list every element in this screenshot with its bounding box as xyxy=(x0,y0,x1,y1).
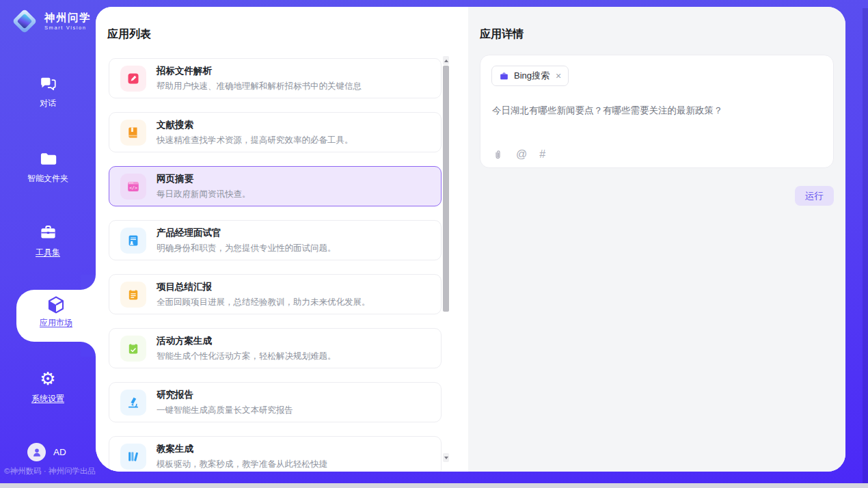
hash-icon[interactable]: # xyxy=(539,148,545,161)
scroll-down-button[interactable] xyxy=(443,453,449,462)
tool-chip-bing-search[interactable]: Bing搜索 × xyxy=(491,66,569,86)
bump-curve-top xyxy=(81,275,96,290)
gear-icon: ⚙ xyxy=(0,369,96,388)
app-detail-panel: 应用详情 Bing搜索 × 今日湖北有哪些新闻要点？有哪些需要关注的最新政策？ … xyxy=(468,7,845,472)
app-card[interactable]: 教案生成 模板驱动，教案秒成，教学准备从此轻松快捷 xyxy=(109,436,442,472)
app-card-desc: 每日政府新闻资讯快查。 xyxy=(157,189,251,200)
sidebar-item-toolset[interactable]: 工具集 xyxy=(0,223,96,258)
sidebar-footer: ©神州数码 · 神州问学出品 xyxy=(4,466,96,476)
app-card-desc: 快速精准查找学术资源，提高研究效率的必备工具。 xyxy=(157,135,353,146)
app-card-list: 招标文件解析 帮助用户快速、准确地理解和解析招标书中的关键信息 文献搜索 快速精… xyxy=(109,58,442,472)
brand-logo: 神州问学 Smart Vision xyxy=(12,9,91,33)
paperclip-icon[interactable] xyxy=(492,149,504,161)
avatar xyxy=(27,443,46,461)
brand-subtitle: Smart Vision xyxy=(44,25,91,31)
app-card-title: 网页摘要 xyxy=(157,173,251,185)
folder-icon xyxy=(0,149,96,168)
app-card-title: 活动方案生成 xyxy=(157,335,336,347)
app-card[interactable]: 文献搜索 快速精准查找学术资源，提高研究效率的必备工具。 xyxy=(109,112,442,152)
main-content: 应用列表 招标文件解析 帮助用户快速、准确地理解和解析招标书中的关键信息 文献搜… xyxy=(96,7,845,472)
interview-icon xyxy=(120,228,146,254)
app-card[interactable]: 招标文件解析 帮助用户快速、准确地理解和解析招标书中的关键信息 xyxy=(109,58,442,98)
clipboard-check-icon xyxy=(120,336,146,362)
app-card[interactable]: 研究报告 一键智能生成高质量长文本研究报告 xyxy=(109,382,442,422)
app-detail-title: 应用详情 xyxy=(480,27,524,42)
app-card-title: 研究报告 xyxy=(157,389,293,401)
app-card-desc: 明确身份和职责，为您提供专业性的面试问题。 xyxy=(157,243,336,254)
sidebar-item-label: 对话 xyxy=(0,98,96,109)
bump-curve-bottom xyxy=(81,342,96,357)
sidebar-item-settings[interactable]: ⚙ 系统设置 xyxy=(0,369,96,405)
app-card[interactable]: </> 网页摘要 每日政府新闻资讯快查。 xyxy=(109,166,442,206)
app-list-panel: 应用列表 招标文件解析 帮助用户快速、准确地理解和解析招标书中的关键信息 文献搜… xyxy=(96,7,468,472)
scroll-up-icon xyxy=(444,59,448,62)
query-input[interactable]: 今日湖北有哪些新闻要点？有哪些需要关注的最新政策？ xyxy=(492,104,818,118)
research-icon xyxy=(120,390,146,416)
sidebar-item-label: 工具集 xyxy=(0,247,96,258)
sidebar-item-label: 应用市场 xyxy=(16,317,96,329)
sidebar: 神州问学 Smart Vision 对话 智能文件夹 xyxy=(0,0,96,488)
pencil-square-icon xyxy=(120,66,146,92)
app-card-desc: 一键智能生成高质量长文本研究报告 xyxy=(157,405,293,416)
chat-icon xyxy=(0,74,96,93)
app-card[interactable]: 产品经理面试官 明确身份和职责，为您提供专业性的面试问题。 xyxy=(109,220,442,260)
app-card-title: 教案生成 xyxy=(157,443,327,455)
scrollbar xyxy=(443,56,449,462)
app-card-title: 招标文件解析 xyxy=(157,65,362,77)
book-icon xyxy=(120,120,146,146)
brand-diamond-icon xyxy=(12,9,37,33)
scroll-up-button[interactable] xyxy=(443,56,449,65)
briefcase-icon xyxy=(499,71,509,81)
app-card-desc: 帮助用户快速、准确地理解和解析招标书中的关键信息 xyxy=(157,81,362,92)
books-icon xyxy=(120,444,146,470)
window-right-edge xyxy=(863,8,868,483)
sidebar-item-label: 智能文件夹 xyxy=(0,173,96,185)
query-card: Bing搜索 × 今日湖北有哪些新闻要点？有哪些需要关注的最新政策？ @ # xyxy=(480,55,834,168)
sidebar-item-chat[interactable]: 对话 xyxy=(0,74,96,109)
app-card-title: 项目总结汇报 xyxy=(157,281,370,293)
cube-icon xyxy=(16,295,96,314)
attachment-toolbar: @ # xyxy=(492,148,545,161)
sidebar-item-smart-folder[interactable]: 智能文件夹 xyxy=(0,149,96,185)
scroll-down-icon xyxy=(444,457,448,459)
scrollbar-thumb[interactable] xyxy=(443,66,449,312)
user-initials: AD xyxy=(53,447,66,457)
app-card-desc: 全面回顾项目进展，总结经验教训，助力未来优化发展。 xyxy=(157,297,370,308)
toolbox-icon xyxy=(0,223,96,242)
brand-name: 神州问学 xyxy=(44,12,91,23)
app-card-desc: 模板驱动，教案秒成，教学准备从此轻松快捷 xyxy=(157,459,327,470)
close-icon[interactable]: × xyxy=(556,71,561,81)
app-list-title: 应用列表 xyxy=(107,27,151,42)
app-card[interactable]: 项目总结汇报 全面回顾项目进展，总结经验教训，助力未来优化发展。 xyxy=(109,274,442,314)
run-button[interactable]: 运行 xyxy=(795,186,834,206)
app-card-desc: 智能生成个性化活动方案，轻松解决规划难题。 xyxy=(157,351,336,362)
user-account[interactable]: AD xyxy=(27,443,66,461)
window-bottom-strip xyxy=(0,483,868,488)
sidebar-item-label: 系统设置 xyxy=(0,393,96,405)
browser-code-icon: </> xyxy=(120,174,146,200)
app-card-title: 文献搜索 xyxy=(157,119,353,131)
app-card[interactable]: 活动方案生成 智能生成个性化活动方案，轻松解决规划难题。 xyxy=(109,328,442,368)
svg-text:</>: </> xyxy=(129,185,137,191)
tool-chip-label: Bing搜索 xyxy=(514,70,550,82)
app-card-title: 产品经理面试官 xyxy=(157,227,336,239)
clipboard-icon xyxy=(120,282,146,308)
sidebar-item-app-market-active[interactable]: 应用市场 xyxy=(16,290,96,342)
at-icon[interactable]: @ xyxy=(516,148,527,161)
person-icon xyxy=(31,447,42,458)
